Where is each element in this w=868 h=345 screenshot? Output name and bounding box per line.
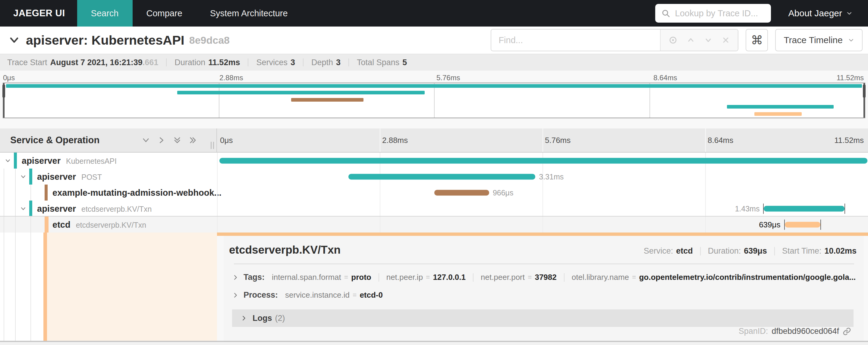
tree-guide-line — [4, 201, 4, 217]
span-duration-bar[interactable] — [348, 174, 535, 179]
minimap-span-bar — [291, 98, 364, 102]
find-next-icon[interactable] — [704, 36, 712, 44]
trace-lookup-input[interactable] — [675, 8, 765, 19]
spanid-label: SpanID: — [739, 326, 768, 336]
find-input[interactable] — [491, 30, 660, 51]
kv-key: net.peer.port — [481, 272, 525, 282]
tree-controls — [142, 136, 197, 144]
span-expander-icon[interactable] — [20, 206, 26, 212]
span-duration-bar[interactable] — [764, 206, 844, 211]
minimap-right-scrubber-handle[interactable] — [863, 84, 866, 98]
span-link-icon[interactable] — [843, 327, 851, 336]
timeline-gridline — [542, 128, 543, 152]
tree-guide-line — [30, 184, 31, 201]
minimap-gridline — [650, 83, 650, 118]
column-resizer[interactable] — [211, 142, 214, 149]
bar-edge-tick — [820, 220, 821, 230]
span-expander-icon[interactable] — [20, 174, 26, 180]
keyboard-shortcuts-button[interactable]: ⌘ — [746, 29, 768, 51]
timeline-gridline — [705, 184, 706, 201]
operation-name: KubernetesAPI — [66, 156, 117, 165]
span-duration-bar[interactable] — [434, 190, 489, 195]
minimap-span-bar — [727, 105, 834, 109]
kv-equals: = — [528, 273, 532, 281]
timeline-gridline — [217, 201, 218, 217]
expand-all-icon[interactable] — [189, 136, 197, 144]
chevron-down-icon — [846, 10, 852, 16]
expand-one-icon[interactable] — [157, 136, 166, 144]
timeline-gridline — [380, 184, 380, 201]
tick-label: 5.76ms — [436, 74, 460, 82]
collapse-trace-chevron-icon[interactable] — [8, 34, 20, 46]
nav-tab-search[interactable]: Search — [77, 0, 133, 27]
duration-label: Duration: — [708, 247, 741, 256]
view-selector-button[interactable]: Trace Timeline — [775, 29, 863, 51]
find-prev-icon[interactable] — [687, 36, 695, 44]
span-bar-cell[interactable]: 3.31ms — [217, 169, 868, 184]
timeline-gridline — [542, 217, 543, 232]
tree-guide-line — [30, 217, 31, 232]
total-spans-label: Total Spans — [357, 58, 399, 67]
minimap-gridline — [434, 83, 435, 118]
duration-value: 11.52ms — [208, 58, 240, 67]
collapse-one-icon[interactable] — [142, 136, 150, 144]
tags-accordion[interactable]: Tags: internal.span.format=protonet.peer… — [232, 272, 857, 282]
nav-tab-system-architecture[interactable]: System Architecture — [196, 0, 302, 27]
tree-guide-line — [4, 169, 4, 184]
summary-separator — [303, 58, 304, 66]
span-detail-panel: etcdserverpb.KV/Txn Service:etcd Duratio… — [224, 236, 864, 341]
tree-guide-line — [15, 184, 16, 201]
trace-title: apiserver: KubernetesAPI — [26, 33, 184, 48]
trace-start-value: August 7 2021, 16:21:39.661 — [50, 58, 158, 67]
find-group — [491, 29, 738, 51]
trace-lookup-box[interactable] — [655, 4, 771, 23]
span-name: example-mutating-admission-webhook... — [53, 188, 221, 198]
span-name: apiserverKubernetesAPI — [22, 155, 117, 166]
span-duration-bar[interactable] — [219, 158, 867, 164]
kv-equals: = — [352, 291, 356, 299]
process-accordion[interactable]: Process: service.instance.id=etcd-0 — [232, 290, 857, 300]
minimap-tick-labels: 0μs2.88ms5.76ms8.64ms11.52ms — [0, 73, 868, 83]
span-bar-cell[interactable]: 1.43ms — [217, 201, 868, 217]
timeline-header: Service & Operation 0μs2.88ms5.76ms8.6 — [0, 128, 868, 152]
span-bar-cell[interactable] — [217, 152, 868, 169]
span-bar-cell[interactable]: 966μs — [217, 184, 868, 201]
summary-separator — [166, 58, 167, 66]
span-duration-bar[interactable] — [785, 222, 821, 227]
minimap-canvas[interactable] — [3, 83, 865, 118]
nav-tab-compare[interactable]: Compare — [133, 0, 196, 27]
detail-left-gutter — [0, 232, 217, 341]
minimap-span-bar — [754, 112, 802, 116]
timeline-gridline — [217, 169, 218, 184]
span-expander-icon[interactable] — [5, 158, 11, 164]
selected-span-tint — [47, 232, 217, 341]
collapse-all-icon[interactable] — [173, 136, 181, 144]
tree-guide-line — [15, 217, 16, 232]
summary-separator — [248, 58, 248, 66]
service-name: apiserver — [37, 204, 76, 213]
about-jaeger-menu[interactable]: About Jaeger — [788, 8, 852, 19]
timeline-gridline — [705, 128, 706, 152]
span-row-apiserver-post[interactable]: apiserverPOST3.31ms — [0, 169, 868, 184]
app-brand[interactable]: JAEGER UI — [13, 8, 65, 19]
find-clear-icon[interactable] — [721, 36, 730, 44]
trace-header-controls: ⌘ Trace Timeline — [491, 29, 863, 51]
page-bottom — [0, 342, 868, 345]
chevron-right-icon — [241, 315, 247, 321]
selected-span-accent-bar — [43, 232, 47, 341]
logs-accordion[interactable]: Logs (2) — [232, 309, 854, 327]
span-row-example-mutating-admission-webhook-op[interactable]: example-mutating-admission-webhook...966… — [0, 184, 868, 201]
locate-icon[interactable] — [669, 36, 678, 45]
span-row-apiserver-etcdserverpb-kv-txn[interactable]: apiserveretcdserverpb.KV/Txn1.43ms — [0, 201, 868, 217]
bar-edge-tick — [844, 204, 845, 214]
span-bar-cell[interactable]: 639μs — [217, 217, 868, 232]
span-duration-label: 966μs — [493, 188, 514, 197]
depth-value: 3 — [336, 58, 341, 67]
span-row-etcd-etcdserverpb-kv-txn[interactable]: etcdetcdserverpb.KV/Txn639μs — [0, 217, 868, 232]
meta-separator — [774, 247, 775, 255]
minimap-left-scrubber-handle[interactable] — [2, 84, 5, 98]
duration-value: 639μs — [744, 247, 767, 256]
span-name: apiserveretcdserverpb.KV/Txn — [37, 204, 152, 213]
kv-value: 37982 — [535, 272, 556, 282]
span-row-apiserver-kubernetesapi[interactable]: apiserverKubernetesAPI — [0, 152, 868, 169]
